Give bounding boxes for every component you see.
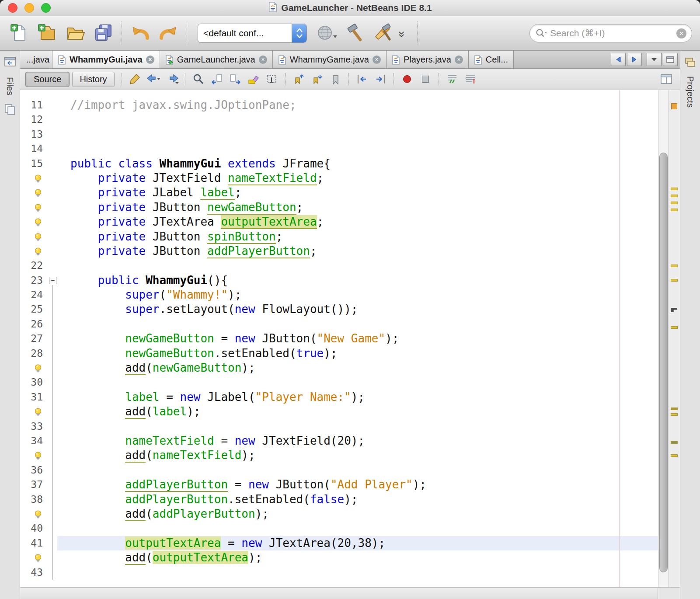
code-line-30[interactable]: 30 [20, 375, 658, 390]
code-line-28[interactable]: 28 newGameButton.setEnabled(true); [20, 346, 658, 361]
code-line-40[interactable]: 40 [20, 521, 658, 536]
redo-button[interactable] [154, 19, 182, 48]
code-line-23[interactable]: 23 public WhammyGui(){− [20, 273, 658, 288]
horizontal-scrollbar[interactable] [20, 587, 680, 599]
gutter-line-24[interactable]: 24 [20, 288, 57, 302]
configuration-dropdown[interactable]: <default conf... [198, 24, 307, 43]
code-line-22[interactable]: 22 [20, 258, 658, 273]
code-line-25[interactable]: 25 super.setLayout(new FlowLayout()); [20, 302, 658, 317]
gutter-line-34[interactable]: 34 [20, 434, 57, 448]
start-macro-recording-icon[interactable] [398, 71, 416, 87]
find-selection-icon[interactable] [189, 71, 208, 87]
tab-gamelauncher-java[interactable]: GameLauncher.java× [160, 51, 273, 68]
gutter-line-14[interactable]: 14 [20, 142, 57, 156]
close-tab-icon[interactable]: × [455, 56, 463, 64]
deploy-button[interactable] [313, 19, 341, 48]
maximize-document-button[interactable] [663, 53, 678, 66]
code-line-21[interactable]: private JButton addPlayerButton; [20, 244, 658, 258]
stripe-warning-mark[interactable] [671, 413, 678, 416]
forward-icon[interactable] [163, 71, 181, 87]
code-line-26[interactable]: 26 [20, 317, 658, 331]
gutter-line-43[interactable]: 43 [20, 565, 57, 580]
search-field[interactable]: × [529, 24, 692, 42]
code-line-42[interactable]: add(outputTextArea); [20, 550, 658, 565]
gutter-line-16[interactable] [20, 171, 57, 185]
gutter-line-28[interactable]: 28 [20, 346, 57, 361]
source-view-button[interactable]: Source [25, 72, 70, 87]
warning-hint-icon[interactable] [33, 508, 43, 519]
code-line-19[interactable]: private JTextArea outputTextArea; [20, 215, 658, 229]
split-document-icon[interactable] [657, 71, 676, 87]
dock-window-icon[interactable] [4, 56, 16, 69]
gutter-line-26[interactable]: 26 [20, 317, 57, 331]
code-line-38[interactable]: 38 addPlayerButton.setEnabled(false); [20, 492, 658, 507]
code-line-31[interactable]: 31 label = new JLabel("Player Name:"); [20, 390, 658, 404]
gutter-line-19[interactable] [20, 215, 57, 229]
undo-button[interactable] [126, 19, 154, 48]
tab-whammygame-java[interactable]: WhammyGame.java× [273, 51, 387, 68]
code-line-34[interactable]: 34 nameTextField = new JTextField(20); [20, 434, 658, 448]
gutter-line-36[interactable]: 36 [20, 463, 57, 477]
save-all-button[interactable] [89, 19, 117, 48]
back-icon[interactable] [144, 71, 163, 87]
open-project-button[interactable] [61, 19, 89, 48]
close-tab-icon[interactable]: × [259, 56, 267, 64]
code-line-17[interactable]: private JLabel label; [20, 185, 658, 200]
toggle-highlight-search-icon[interactable] [244, 71, 263, 87]
clear-search-icon[interactable]: × [676, 28, 686, 38]
code-line-29[interactable]: add(newGameButton); [20, 361, 658, 375]
code-line-43[interactable]: 43 [20, 565, 658, 580]
gutter-line-17[interactable] [20, 185, 57, 200]
stripe-warning-mark[interactable] [671, 279, 678, 282]
toggle-rectangular-selection-icon[interactable] [263, 71, 281, 87]
stripe-warning-mark[interactable] [671, 407, 678, 410]
code-line-36[interactable]: 36 [20, 463, 658, 477]
stripe-warning-mark[interactable] [671, 188, 678, 190]
new-project-button[interactable] [33, 19, 61, 48]
gutter-line-13[interactable]: 13 [20, 127, 57, 142]
stripe-square-mark[interactable] [671, 103, 677, 109]
stripe-warning-mark[interactable] [671, 265, 678, 267]
gutter-line-41[interactable]: 41 [20, 536, 57, 550]
tab-java[interactable]: ...java [20, 51, 52, 68]
code-line-16[interactable]: private JTextField nameTextField; [20, 171, 658, 185]
code-editor[interactable]: 11//import javax.swing.JOptionPane;12131… [20, 90, 658, 587]
dropdown-stepper-icon[interactable] [292, 24, 306, 42]
scroll-tabs-left-button[interactable] [611, 53, 626, 66]
code-line-37[interactable]: 37 addPlayerButton = new JButton("Add Pl… [20, 477, 658, 492]
stripe-warning-mark[interactable] [671, 441, 678, 444]
minimize-window-button[interactable] [24, 3, 34, 13]
titlebar[interactable]: GameLauncher - NetBeans IDE 8.1 [0, 0, 700, 16]
stripe-warning-mark[interactable] [671, 202, 678, 204]
gutter-line-32[interactable] [20, 404, 57, 419]
gutter-line-21[interactable] [20, 244, 57, 258]
gutter-line-20[interactable] [20, 230, 57, 244]
build-project-button[interactable] [341, 19, 369, 48]
vertical-scrollbar[interactable] [658, 90, 669, 587]
previous-bookmark-icon[interactable] [289, 71, 308, 87]
warning-hint-icon[interactable] [33, 552, 43, 563]
vertical-scrollbar-thumb[interactable] [659, 153, 668, 572]
last-edit-location-icon[interactable] [126, 71, 144, 87]
gutter-line-18[interactable] [20, 200, 57, 215]
new-file-button[interactable] [5, 19, 33, 48]
gutter-line-33[interactable]: 33 [20, 419, 57, 434]
find-previous-occurrence-icon[interactable] [208, 71, 226, 87]
code-line-33[interactable]: 33 [20, 419, 658, 434]
uncomment-icon[interactable] [461, 71, 480, 87]
code-line-20[interactable]: private JButton spinButton; [20, 230, 658, 244]
error-stripe[interactable] [669, 90, 680, 587]
shift-line-right-icon[interactable] [371, 71, 390, 87]
files-window-button[interactable]: Files [5, 77, 15, 95]
code-line-27[interactable]: 27 newGameButton = new JButton("New Game… [20, 331, 658, 346]
code-line-15[interactable]: 15public class WhammyGui extends JFrame{ [20, 157, 658, 171]
toolbar-overflow-icon[interactable]: » [395, 31, 409, 35]
tab-whammygui-java[interactable]: WhammyGui.java× [52, 51, 160, 68]
gutter-line-30[interactable]: 30 [20, 375, 57, 390]
gutter-line-29[interactable] [20, 361, 57, 375]
close-tab-icon[interactable]: × [146, 56, 154, 64]
warning-hint-icon[interactable] [33, 231, 43, 242]
stripe-caret-mark[interactable] [671, 308, 677, 312]
next-bookmark-icon[interactable] [308, 71, 326, 87]
gutter-line-25[interactable]: 25 [20, 302, 57, 317]
